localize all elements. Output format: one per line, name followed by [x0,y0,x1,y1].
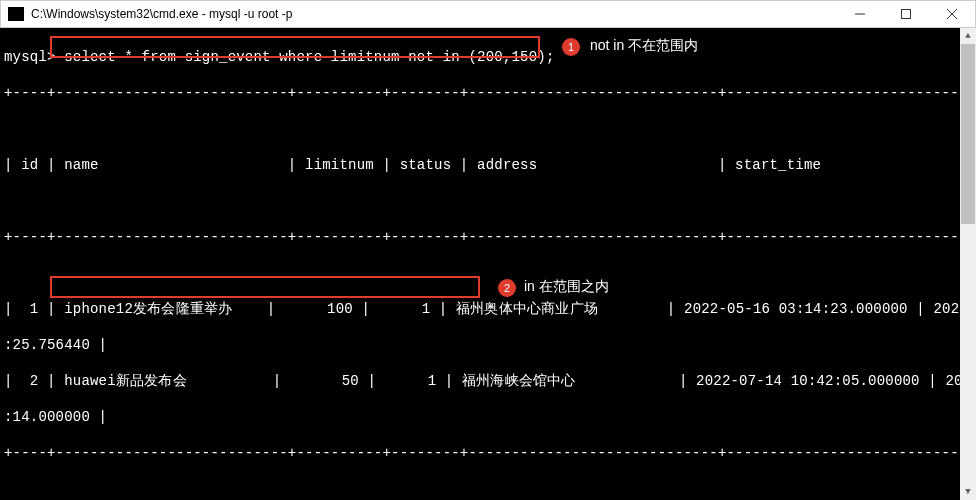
blank-line [4,264,972,282]
vertical-scrollbar[interactable]: ▲ ▼ [960,28,976,500]
scrollbar-thumb[interactable] [961,44,975,224]
annotation-badge-2: 2 [498,279,516,297]
annotation-text-1: not in 不在范围内 [590,37,698,55]
table-row: | 2 | huawei新品发布会 | 50 | 1 | 福州海峡会馆中心 | … [4,372,972,390]
maximize-button[interactable] [883,1,929,27]
table-border: +----+---------------------------+------… [4,84,972,102]
window-title: C:\Windows\system32\cmd.exe - mysql -u r… [27,7,837,21]
window-titlebar: C:\Windows\system32\cmd.exe - mysql -u r… [0,0,976,28]
table-row-wrap: :25.756440 | [4,336,972,354]
blank-line [4,120,972,138]
blank-line [4,192,972,210]
table-row-wrap: :14.000000 | [4,408,972,426]
table-border: +----+---------------------------+------… [4,444,972,462]
sql-query-1: select * from sign_event where limitnum … [56,49,555,65]
terminal-output[interactable]: mysql> select * from sign_event where li… [0,28,976,500]
cmd-icon [5,3,27,25]
table-border: +----+---------------------------+------… [4,228,972,246]
annotation-badge-1: 1 [562,38,580,56]
blank-line [4,480,972,498]
close-button[interactable] [929,1,975,27]
window-controls [837,1,975,27]
minimize-button[interactable] [837,1,883,27]
table-header: | id | name | limitnum | status | addres… [4,156,972,174]
prompt: mysql> [4,49,56,65]
annotation-text-2: in 在范围之内 [524,278,609,296]
scroll-down-arrow-icon[interactable]: ▼ [960,484,976,500]
table-row: | 1 | iphone12发布会隆重举办 | 100 | 1 | 福州奥体中心… [4,300,972,318]
svg-rect-1 [902,10,911,19]
scroll-up-arrow-icon[interactable]: ▲ [960,28,976,44]
